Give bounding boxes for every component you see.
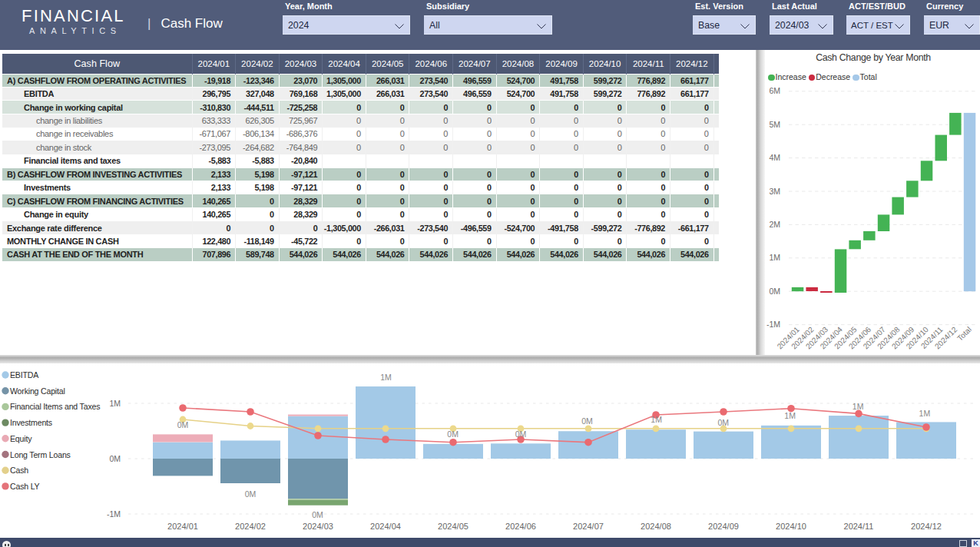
svg-text:6M: 6M xyxy=(769,86,780,95)
svg-text:0M: 0M xyxy=(447,429,459,439)
svg-text:0M: 0M xyxy=(718,418,730,427)
svg-text:1M: 1M xyxy=(109,399,121,408)
svg-text:Financial Items and Taxes: Financial Items and Taxes xyxy=(10,402,100,411)
svg-text:0M: 0M xyxy=(515,429,527,439)
svg-text:5M: 5M xyxy=(769,120,780,129)
svg-text:1M: 1M xyxy=(769,253,780,262)
svg-text:2024/11: 2024/11 xyxy=(844,522,874,531)
svg-text:2024/02: 2024/02 xyxy=(235,522,266,531)
svg-text:0M: 0M xyxy=(245,489,257,499)
svg-text:Investments: Investments xyxy=(10,418,52,427)
svg-text:2024/09: 2024/09 xyxy=(708,522,739,531)
svg-text:2024/10: 2024/10 xyxy=(776,522,806,531)
svg-text:Equity: Equity xyxy=(10,434,32,443)
svg-text:4M: 4M xyxy=(769,153,780,162)
svg-text:1M: 1M xyxy=(651,415,662,424)
svg-text:1M: 1M xyxy=(380,373,392,382)
svg-text:Working Capital: Working Capital xyxy=(10,386,65,396)
svg-text:0M: 0M xyxy=(581,416,593,426)
svg-text:2024/07: 2024/07 xyxy=(573,522,604,531)
svg-text:0M: 0M xyxy=(312,510,323,519)
svg-text:1M: 1M xyxy=(853,402,864,411)
svg-text:2024/03: 2024/03 xyxy=(303,522,333,531)
svg-text:2024/01: 2024/01 xyxy=(167,522,198,531)
svg-text:0M: 0M xyxy=(177,420,189,429)
svg-text:-1M: -1M xyxy=(766,320,780,329)
svg-text:Total: Total xyxy=(955,325,973,343)
svg-text:0M: 0M xyxy=(769,287,780,296)
svg-text:EBITDA: EBITDA xyxy=(10,370,39,380)
svg-text:1M: 1M xyxy=(919,409,931,418)
svg-text:2024/04: 2024/04 xyxy=(370,522,401,531)
svg-text:2024/12: 2024/12 xyxy=(911,522,942,531)
svg-text:1M: 1M xyxy=(784,411,796,420)
svg-text:2024/08: 2024/08 xyxy=(641,522,671,531)
svg-text:2024/06: 2024/06 xyxy=(505,522,536,531)
svg-text:2M: 2M xyxy=(769,220,780,229)
svg-text:0M: 0M xyxy=(109,454,121,463)
svg-text:3M: 3M xyxy=(769,187,780,196)
svg-text:Long Term Loans: Long Term Loans xyxy=(10,450,71,459)
svg-text:-1M: -1M xyxy=(107,509,121,519)
svg-text:Cash LY: Cash LY xyxy=(10,482,40,491)
svg-text:2024/05: 2024/05 xyxy=(438,522,468,531)
svg-text:Cash: Cash xyxy=(10,466,28,475)
